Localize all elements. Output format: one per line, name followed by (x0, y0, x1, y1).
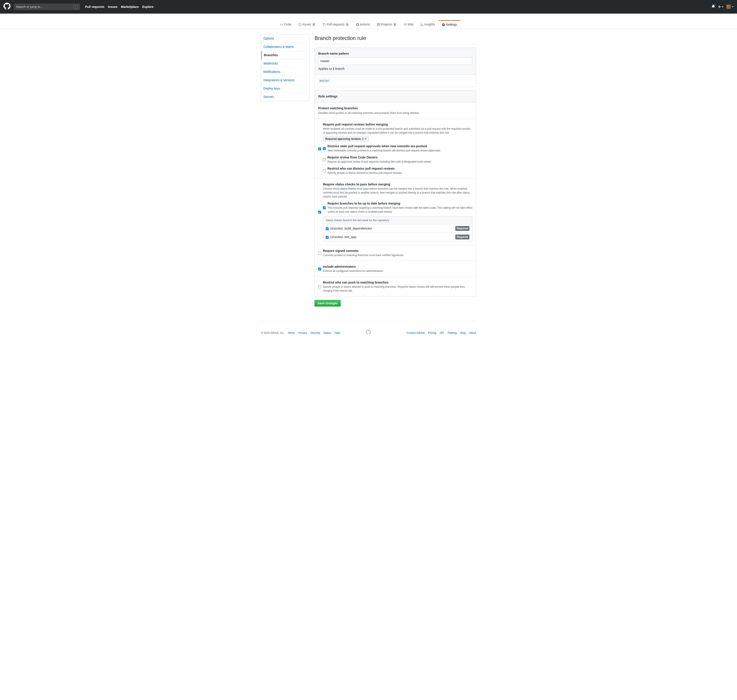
signed-commits-checkbox[interactable] (318, 249, 321, 257)
signed-commits-label: Require signed commits (323, 249, 359, 253)
restrict-dismiss-checkbox[interactable] (323, 167, 326, 175)
menu-secrets[interactable]: Secrets (261, 93, 309, 101)
protect-desc: Disables force-pushes to all matching br… (318, 111, 472, 115)
footer-blog[interactable]: Blog (460, 331, 466, 334)
require-status-checkbox[interactable] (318, 183, 321, 241)
header-nav: Pull requests Issues Marketplace Explore (83, 4, 155, 9)
restrict-dismiss-desc: Specify people or teams allowed to dismi… (327, 171, 472, 175)
branch-pattern-input[interactable] (318, 57, 472, 65)
status-check-name: ci/circleci: test_app (330, 235, 455, 240)
graph-icon (420, 23, 424, 26)
tab-actions[interactable]: Actions (352, 20, 374, 29)
code-owners-label: Require review from Code Owners (327, 156, 378, 159)
global-header: / Pull requests Issues Marketplace Explo… (0, 0, 737, 13)
status-check-checkbox[interactable] (326, 227, 329, 230)
dismiss-stale-label: Dismiss stale pull request approvals whe… (327, 144, 427, 148)
project-icon (377, 23, 380, 26)
nav-explore[interactable]: Explore (140, 4, 155, 9)
notifications-button[interactable] (712, 4, 715, 9)
menu-deploykeys[interactable]: Deploy keys (261, 84, 309, 93)
restrict-dismiss-label: Restrict who can dismiss pull request re… (327, 167, 395, 170)
status-checks-list: Status checks found in the last week for… (323, 216, 472, 241)
footer-privacy[interactable]: Privacy (298, 331, 307, 334)
rule-settings-heading: Rule settings (315, 91, 476, 103)
plus-icon (718, 5, 721, 9)
tab-wiki[interactable]: Wiki (400, 20, 417, 29)
menu-notifications[interactable]: Notifications (261, 68, 309, 76)
require-uptodate-checkbox[interactable] (323, 202, 326, 214)
caret-icon (722, 6, 724, 7)
require-uptodate-label: Require branches to be up to date before… (327, 201, 400, 205)
footer-help[interactable]: Help (335, 331, 340, 334)
include-admins-label: Include administrators (323, 265, 356, 268)
branch-pattern-box: Branch name pattern Applies to 1 branch … (314, 48, 476, 87)
nav-pulls[interactable]: Pull requests (83, 4, 106, 9)
site-footer: © 2019 GitHub, Inc. Terms Privacy Securi… (261, 321, 476, 345)
caret-icon (732, 6, 734, 7)
notification-indicator (714, 3, 716, 6)
tab-code[interactable]: Code (277, 20, 295, 29)
tab-settings[interactable]: Settings (439, 20, 461, 29)
code-owners-checkbox[interactable] (323, 156, 326, 164)
play-icon (356, 23, 359, 26)
include-admins-checkbox[interactable] (318, 265, 321, 273)
footer-status[interactable]: Status (323, 331, 331, 334)
menu-options[interactable]: Options (261, 34, 309, 43)
menu-webhooks[interactable]: Webhooks (261, 59, 309, 68)
status-check-checkbox[interactable] (326, 236, 329, 239)
settings-menu: Options Collaborators & teams Branches W… (261, 34, 309, 101)
rule-settings-box: Rule settings Protect matching branches … (314, 90, 476, 297)
matched-branch-tag: master (318, 78, 330, 83)
footer-contact[interactable]: Contact GitHub (407, 331, 425, 334)
pr-icon (323, 23, 326, 26)
menu-collaborators[interactable]: Collaborators & teams (261, 43, 309, 51)
footer-training[interactable]: Training (448, 331, 457, 334)
required-badge: Required (455, 235, 470, 240)
status-check-row: ci/circleci: test_app Required (323, 233, 472, 241)
menu-branches[interactable]: Branches (261, 51, 309, 59)
dismiss-stale-checkbox[interactable] (323, 145, 326, 153)
footer-api[interactable]: API (440, 331, 444, 334)
gear-icon (442, 23, 445, 26)
user-menu[interactable] (727, 4, 734, 9)
nav-issues[interactable]: Issues (106, 4, 119, 9)
code-icon (280, 23, 283, 26)
github-logo[interactable] (3, 3, 10, 11)
nav-marketplace[interactable]: Marketplace (119, 4, 141, 9)
require-uptodate-desc: This ensures pull requests targeting a m… (327, 206, 472, 214)
tab-pulls[interactable]: Pull requests 0 (319, 20, 352, 29)
repo-nav: Code Issues 0 Pull requests 0 Actions Pr… (0, 13, 737, 29)
footer-security[interactable]: Security (311, 331, 320, 334)
include-admins-desc: Enforce all configured restrictions for … (323, 269, 472, 273)
copyright: © 2019 GitHub, Inc. (261, 331, 284, 335)
projects-count: 0 (393, 22, 396, 27)
issue-icon (298, 23, 301, 26)
require-pr-reviews-checkbox[interactable] (318, 123, 321, 175)
tab-issues[interactable]: Issues 0 (295, 20, 319, 29)
footer-about[interactable]: About (469, 331, 476, 334)
tab-projects[interactable]: Projects 0 (374, 20, 400, 29)
search-box[interactable]: / (14, 4, 80, 10)
github-mark-icon (366, 329, 371, 335)
restrict-push-label: Restrict who can push to matching branch… (323, 281, 389, 284)
pulls-count: 0 (345, 22, 349, 27)
footer-github-logo[interactable] (366, 329, 371, 336)
status-checks-link[interactable]: status checks (340, 187, 356, 190)
book-icon (404, 23, 407, 26)
require-status-label: Require status checks to pass before mer… (323, 182, 390, 186)
footer-pricing[interactable]: Pricing (428, 331, 436, 334)
avatar (727, 4, 731, 9)
tab-insights[interactable]: Insights (417, 20, 439, 29)
require-status-desc: Choose which status checks must pass bef… (323, 187, 472, 199)
save-button[interactable]: Save changes (314, 300, 341, 307)
search-input[interactable] (16, 5, 74, 9)
restrict-push-checkbox[interactable] (318, 281, 321, 293)
status-check-name: ci/circleci: build_dependencies (330, 226, 455, 231)
required-reviews-dropdown[interactable]: Required approving reviews: 1 (323, 137, 369, 141)
required-badge: Required (455, 226, 470, 231)
menu-integrations[interactable]: Integrations & services (261, 76, 309, 84)
branch-pattern-label: Branch name pattern (318, 51, 472, 56)
footer-terms[interactable]: Terms (288, 331, 295, 334)
create-new-dropdown[interactable] (718, 5, 724, 9)
page-title: Branch protection rule (314, 34, 476, 44)
